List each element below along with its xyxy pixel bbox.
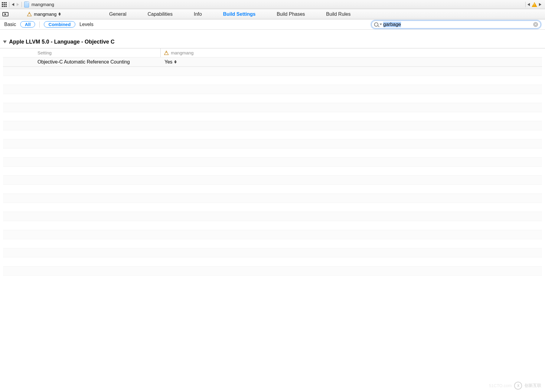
columns-header: Setting mangmang [3,48,542,57]
separator [39,21,40,28]
empty-row [3,266,542,276]
filter-basic[interactable]: Basic [4,22,16,27]
filter-all[interactable]: All [20,21,35,28]
column-target-header: mangmang [160,48,194,57]
tab-capabilities[interactable]: Capabilities [148,10,173,18]
column-target-name: mangmang [171,50,194,55]
setting-name: Objective-C Automatic Reference Counting [3,59,160,65]
search-field[interactable]: ✕ [371,21,541,28]
empty-row [3,139,542,149]
breadcrumb-title[interactable]: mangmang [31,2,54,7]
empty-row [3,130,542,139]
empty-row [3,239,542,248]
column-setting-header: Setting [3,50,160,55]
project-file-icon [24,2,29,8]
updown-icon [174,60,177,64]
empty-row [3,194,542,203]
separator [21,2,22,7]
svg-point-0 [29,13,30,14]
setting-value[interactable]: Yes [160,59,177,65]
search-input[interactable] [383,22,532,27]
clear-search-icon[interactable]: ✕ [533,22,538,27]
empty-row [3,221,542,230]
filter-combined[interactable]: Combined [44,21,75,28]
setting-value-text: Yes [165,59,172,65]
breadcrumb-bar: mangmang [0,0,545,9]
tabs-group: General Capabilities Info Build Settings… [109,10,351,18]
empty-row [3,248,542,257]
editor-tabs-row: mangmang General Capabilities Info Build… [0,9,545,19]
tab-general[interactable]: General [109,10,126,18]
target-icon[interactable] [2,12,8,16]
tab-build-settings[interactable]: Build Settings [223,10,256,18]
warning-icon[interactable] [532,2,537,7]
filter-levels[interactable]: Levels [80,22,93,27]
app-icon [27,11,32,17]
empty-row [3,185,542,194]
empty-row [3,85,542,94]
watermark-logo-icon: ☓ [514,382,522,390]
empty-row [3,167,542,176]
watermark-faint: 51CTO.com [489,383,512,388]
nav-forward-icon[interactable] [17,3,19,6]
tab-info[interactable]: Info [194,10,202,18]
empty-row [3,230,542,239]
target-name: mangmang [34,11,57,17]
watermark-text: 创新互联 [524,383,541,388]
separator [525,2,526,7]
empty-row [3,176,542,185]
watermark: 51CTO.com ☓ 创新互联 [489,382,541,390]
separator [9,2,9,7]
setting-row[interactable]: Objective-C Automatic Reference Counting… [3,57,542,67]
next-issue-icon[interactable] [539,3,541,6]
search-icon [374,22,378,27]
prev-issue-icon[interactable] [527,3,530,6]
section-title: Apple LLVM 5.0 - Language - Objective C [9,39,115,45]
tab-build-rules[interactable]: Build Rules [326,10,351,18]
filter-row: Basic All Combined Levels ✕ [0,19,545,30]
empty-row [3,212,542,221]
empty-row [3,103,542,112]
app-icon [164,50,169,56]
related-items-icon[interactable] [2,2,7,7]
section-header[interactable]: Apple LLVM 5.0 - Language - Objective C [0,39,545,48]
empty-row [3,121,542,130]
empty-rows [3,67,542,276]
empty-row [3,149,542,158]
nav-back-icon[interactable] [12,3,14,6]
empty-row [3,158,542,167]
empty-row [3,67,542,76]
empty-row [3,257,542,266]
search-menu-icon[interactable] [380,24,382,25]
settings-section: Apple LLVM 5.0 - Language - Objective C … [0,30,545,276]
empty-row [3,94,542,103]
target-selector[interactable]: mangmang [27,11,61,17]
svg-point-1 [166,52,167,53]
updown-icon [58,12,61,16]
tab-build-phases[interactable]: Build Phases [277,10,305,18]
disclosure-triangle-icon[interactable] [3,41,7,43]
empty-row [3,203,542,212]
empty-row [3,112,542,121]
empty-row [3,76,542,85]
